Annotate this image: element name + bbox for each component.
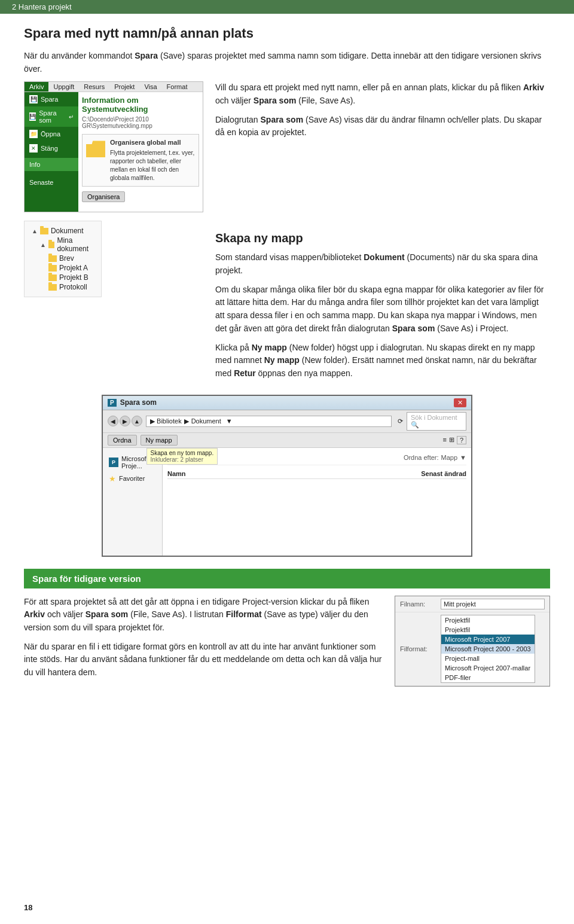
organize-btn-area: Organisera xyxy=(82,191,199,202)
dialog-close-button[interactable]: ✕ xyxy=(454,398,466,407)
project-icon: P xyxy=(109,458,118,467)
tree-label-projekt-a: Projekt A xyxy=(59,264,88,272)
spara-tidigare-title: Spara för tidigare version xyxy=(32,574,542,584)
skapa-para2-bold: Spara som xyxy=(392,324,435,333)
organize-button[interactable]: Organisera xyxy=(82,191,125,202)
small-dialog: Filnamn: Mitt projekt Filformat: Projekt… xyxy=(395,596,550,687)
arkiv-menubar: Arkiv Uppgift Resurs Projekt Visa Format xyxy=(25,82,203,92)
folder-icon-brev xyxy=(48,255,57,262)
skapa-ny-mapp-heading: Skapa ny mapp xyxy=(215,231,550,245)
arkiv-spara-som-item[interactable]: 💾 Spara som ↵ xyxy=(25,106,78,127)
arkiv-spara-item[interactable]: 💾 Spara xyxy=(25,92,78,106)
filformat-option-4[interactable]: Project-mall xyxy=(441,654,535,663)
menu-format[interactable]: Format xyxy=(162,82,193,92)
para1-spara-som: Spara som xyxy=(254,96,297,105)
help-icon[interactable]: ? xyxy=(457,436,466,444)
view-icons: ≡ ⊞ ? xyxy=(442,436,466,444)
filename-input[interactable]: Mitt projekt xyxy=(441,599,545,609)
menu-arkiv[interactable]: Arkiv xyxy=(25,82,48,92)
main-content: Spara med nytt namn/på annan plats När d… xyxy=(0,14,574,705)
para2-spara-som: Spara som xyxy=(261,115,304,124)
tooltip-text: Skapa en ny tom mapp. xyxy=(151,450,214,456)
arkiv-spara-label: Spara xyxy=(41,96,58,103)
menu-uppgift[interactable]: Uppgift xyxy=(48,82,79,92)
arkiv-oppna-label: Öppna xyxy=(41,130,60,138)
dialog-sort-row: Ordna efter: Mapp ▼ xyxy=(404,454,466,461)
arkiv-info-item[interactable]: Info xyxy=(25,158,78,171)
dialog-toolbar1: ◀ ▶ ▲ ▶ Bibliotek ▶ Dokument ▼ ⟳ Sök i D… xyxy=(103,410,471,433)
arkiv-right-panel: Information om Systemutveckling C:\Docen… xyxy=(78,92,203,212)
skapa-para3-end: öppnas den nya mappen. xyxy=(256,368,353,378)
filformat-option-2[interactable]: Microsoft Project 2007 xyxy=(441,635,535,644)
st-filformat: Filformat xyxy=(226,609,262,619)
spara-icon: 💾 xyxy=(29,95,38,103)
arkiv-stang-label: Stäng xyxy=(41,145,58,152)
skapa-para2-end: (Save As) i Project. xyxy=(435,324,508,333)
skapa-para3: Klicka på Ny mapp (New folder) högst upp… xyxy=(215,341,550,380)
path-part2: Dokument xyxy=(191,417,221,425)
view-icon-grid[interactable]: ⊞ xyxy=(449,436,454,444)
dialog-nav-buttons: ◀ ▶ ▲ xyxy=(108,416,142,426)
intro-bold-spara: Spara xyxy=(135,51,158,60)
skapa-para3-ny-mapp2: Ny mapp xyxy=(264,355,300,365)
forward-button[interactable]: ▶ xyxy=(120,416,130,426)
col-date: Senast ändrad xyxy=(395,470,466,477)
menu-resurs[interactable]: Resurs xyxy=(79,82,109,92)
tree-brev: Brev xyxy=(32,254,94,263)
intro-text-pre: När du använder kommandot xyxy=(24,51,135,60)
folder-icon-projekt-b xyxy=(48,275,57,281)
nav-favoriter-label: Favoriter xyxy=(119,475,145,482)
cursor-indicator: ↵ xyxy=(69,114,74,120)
filformat-label: Filformat: xyxy=(400,645,436,652)
search-placeholder: Sök i Dokument xyxy=(411,414,457,421)
path-refresh-btn[interactable]: ⟳ xyxy=(398,417,403,425)
view-icon-list[interactable]: ≡ xyxy=(442,436,446,444)
arkiv-organize-text: Organisera global mall Flytta projektele… xyxy=(110,138,195,182)
tree-protokoll: Protokoll xyxy=(32,282,94,292)
filformat-option-3[interactable]: Microsoft Project 2000 - 2003 xyxy=(441,644,535,654)
skapa-ny-mapp-layout: ▲ Dokument ▲ Mina dokument Brev Projekt … xyxy=(24,221,550,386)
arkiv-organize-box: Organisera global mall Flytta projektele… xyxy=(82,134,199,186)
skapa-para3-pre: Klicka på xyxy=(215,343,252,352)
filformat-option-0[interactable]: Projektfil xyxy=(441,615,535,625)
menu-projekt[interactable]: Projekt xyxy=(109,82,139,92)
skapa-para2: Om du skapar många olika filer bör du sk… xyxy=(215,283,550,336)
tree-projekt-b: Projekt B xyxy=(32,273,94,282)
right-text-col: Vill du spara ett projekt med nytt namn,… xyxy=(215,81,550,212)
nav-favoriter[interactable]: ★ Favoriter xyxy=(103,472,162,486)
filformat-option-1[interactable]: Projektfil xyxy=(441,625,535,635)
filformat-row: Filformat: Projektfil Projektfil Microso… xyxy=(395,612,549,686)
ny-mapp-button[interactable]: Ny mapp xyxy=(141,435,178,446)
spara-tidigare-para2: När du sparar en fil i ett tidigare form… xyxy=(24,641,383,679)
menu-visa[interactable]: Visa xyxy=(139,82,161,92)
dialog-title-text: P Spara som xyxy=(108,398,157,407)
skapa-para3-retur: Retur xyxy=(234,368,256,378)
skapa-para1-pre: Som standard visas mappen/biblioteket xyxy=(215,252,364,262)
folder-icon-projekt-a xyxy=(48,265,57,272)
folder-icon-mina xyxy=(48,242,55,248)
arkiv-left-panel: 💾 Spara 💾 Spara som ↵ 📁 Öppna xyxy=(25,92,78,212)
tree-dokument: ▲ Dokument xyxy=(32,226,94,236)
dialog-project-icon-small: P xyxy=(108,399,117,407)
col-name: Namn xyxy=(167,470,395,477)
para2: Dialogrutan Spara som (Save As) visas dä… xyxy=(215,114,550,139)
dialog-columns: Namn Senast ändrad xyxy=(167,470,466,479)
arkiv-senaste-item[interactable]: Senaste xyxy=(25,176,78,189)
ny-mapp-tooltip: Skapa en ny tom mapp. Inkluderar: 2 plat… xyxy=(146,448,218,465)
ordna-button[interactable]: Ordna xyxy=(108,435,137,446)
filformat-option-5[interactable]: Microsoft Project 2007-mallar xyxy=(441,663,535,673)
screenshot-text-layout: Arkiv Uppgift Resurs Projekt Visa Format… xyxy=(24,81,550,212)
arkiv-spara-som-label: Spara som xyxy=(39,109,65,124)
arkiv-oppna-item[interactable]: 📁 Öppna xyxy=(25,127,78,141)
save-as-dialog-screenshot: P Spara som ✕ ◀ ▶ ▲ ▶ Bibliotek ▶ Dokume… xyxy=(102,395,472,557)
skapa-para3-ny-mapp: Ny mapp xyxy=(252,343,287,352)
arkiv-stang-item[interactable]: ✕ Stäng xyxy=(25,141,78,155)
para1-end: (File, Save As). xyxy=(296,96,355,105)
st-spara-som: Spara som xyxy=(86,609,129,619)
search-bar[interactable]: Sök i Dokument 🔍 xyxy=(407,412,466,431)
spara-tidigare-para1: För att spara projektet så att det går a… xyxy=(24,596,383,635)
sort-label: Ordna efter: xyxy=(404,454,439,461)
filformat-option-6[interactable]: PDF-filer xyxy=(441,673,535,682)
up-button[interactable]: ▲ xyxy=(132,416,142,426)
back-button[interactable]: ◀ xyxy=(108,416,118,426)
